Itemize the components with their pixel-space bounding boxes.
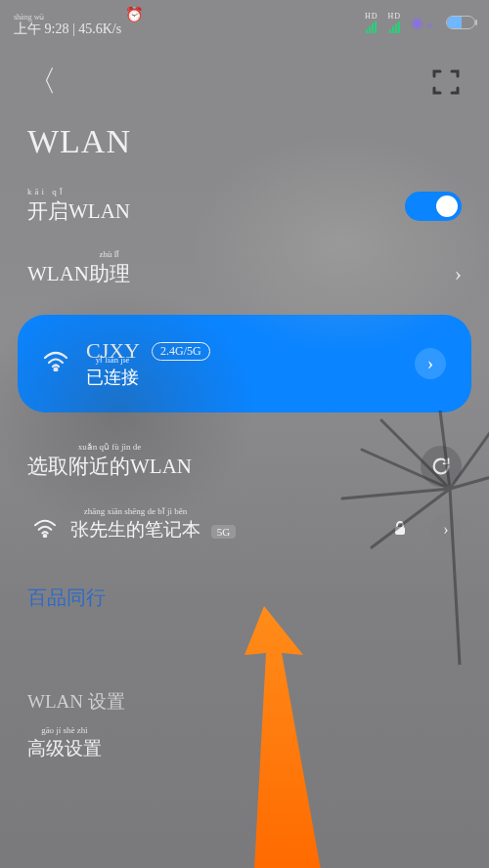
alarm-icon: ⏰ [125, 6, 144, 23]
network-details-button[interactable]: › [415, 348, 446, 379]
svg-point-9 [44, 535, 47, 538]
chevron-right-icon: › [455, 261, 462, 286]
wifi-icon [33, 518, 57, 542]
time-pinyin: shàng wǔ [14, 14, 121, 21]
network-row[interactable]: zhāng xiān shēng de bǐ jì běn张先生的笔记本 5G … [0, 495, 489, 565]
network-details-button[interactable]: › [430, 514, 462, 545]
lock-icon [393, 520, 407, 540]
advanced-settings-row[interactable]: gāo jí shè zhì高级设置 [0, 724, 489, 773]
enable-wlan-label: kāi qǐ 开启WLAN [27, 188, 130, 225]
wlan-toggle[interactable] [405, 192, 462, 221]
nearby-section-header: xuǎn qǔ fù jìn de选取附近的WLAN [0, 438, 489, 495]
scan-qr-button[interactable] [430, 66, 462, 98]
status-right: HD HD ◉⌄ [365, 12, 475, 33]
connected-network-card[interactable]: CJXY 2.4G/5G yǐ lián jiē已连接 › [18, 315, 471, 412]
wlan-assistant-label: WLANzhù lǐ助理 [27, 260, 130, 287]
nearby-label: xuǎn qǔ fù jìn de选取附近的WLAN [27, 453, 192, 480]
status-bar: shàng wǔ 上午 9:28 | 45.6K/s ⏰ HD HD ◉⌄ [0, 0, 489, 40]
band-badge: 5G [211, 525, 236, 539]
svg-point-8 [55, 369, 58, 371]
page-title: WLAN [0, 109, 489, 170]
enable-wlan-row[interactable]: kāi qǐ 开启WLAN [0, 170, 489, 242]
sim1-signal: HD [365, 12, 378, 33]
watermark-text: 百品同行 [0, 565, 489, 630]
battery-icon [446, 16, 475, 29]
header: 〈 [0, 40, 489, 109]
wlan-settings-row[interactable]: WLAN 设置 [0, 630, 489, 724]
wlan-assistant-row[interactable]: WLANzhù lǐ助理 › [0, 242, 489, 305]
wifi-status-icon: ◉⌄ [411, 14, 436, 31]
wifi-icon [43, 350, 68, 377]
connected-status: 已连接 [86, 366, 139, 389]
network-ssid: zhāng xiān shēng de bǐ jì běn张先生的笔记本 5G [70, 517, 379, 542]
band-badge: 2.4G/5G [152, 342, 210, 361]
sim2-signal: HD [387, 12, 401, 33]
status-left: shàng wǔ 上午 9:28 | 45.6K/s ⏰ [14, 6, 144, 38]
refresh-button[interactable] [421, 446, 462, 487]
back-button[interactable]: 〈 [27, 62, 57, 102]
svg-rect-10 [395, 527, 405, 535]
connected-network-info: CJXY 2.4G/5G yǐ lián jiē已连接 [86, 338, 397, 389]
clock-text: 上午 9:28 | 45.6K/s [14, 22, 121, 36]
